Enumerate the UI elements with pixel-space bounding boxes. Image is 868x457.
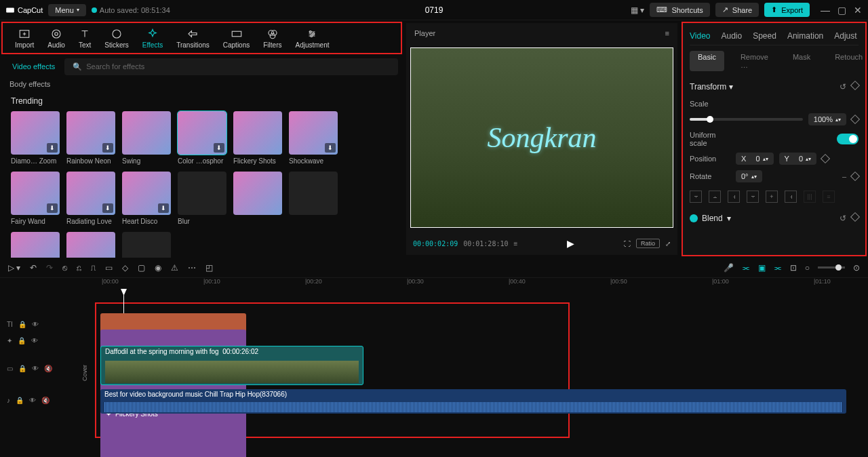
distribute-v[interactable]: ≡ [823, 191, 835, 203]
undo-icon[interactable]: ↶ [30, 263, 37, 273]
tab-speed[interactable]: Speed [753, 31, 776, 41]
keyframe-icon[interactable] [821, 154, 830, 163]
align-center-v[interactable]: + [766, 191, 778, 203]
tab-video-effects[interactable]: Video effects [5, 60, 62, 73]
magnet-icon[interactable]: ⫘ [742, 263, 750, 273]
player-menu-icon[interactable]: ≡ [665, 29, 669, 37]
menu-button[interactable]: Menu▾ [48, 4, 86, 16]
effect-thumb[interactable]: ⬇ [66, 172, 115, 215]
tool-text[interactable]: Text [73, 26, 96, 50]
preview-icon[interactable]: ⊡ [790, 263, 797, 273]
align-center-h[interactable]: ⫠ [709, 191, 721, 203]
zoom-out-icon[interactable]: ○ [805, 263, 810, 273]
effect-thumb[interactable] [66, 232, 115, 258]
minimize-icon[interactable]: — [821, 5, 830, 15]
mic-icon[interactable]: 🎤 [724, 263, 734, 273]
download-icon[interactable]: ⬇ [102, 143, 113, 153]
keyframe-icon[interactable] [850, 172, 860, 181]
marker-icon[interactable]: ◇ [122, 263, 128, 273]
tool-audio[interactable]: Audio [42, 26, 71, 50]
align-top[interactable]: ⫟ [747, 191, 759, 203]
effect-thumb[interactable] [122, 232, 171, 258]
blend-check-icon[interactable] [690, 214, 698, 222]
zoom-slider[interactable] [818, 266, 845, 269]
player-viewport[interactable]: Songkran [410, 47, 673, 228]
keyframe-icon[interactable] [850, 212, 860, 222]
tab-adjust[interactable]: Adjust [834, 31, 856, 41]
uniform-toggle[interactable] [837, 134, 859, 144]
scale-value[interactable]: 100% ▴▾ [808, 113, 846, 125]
more-icon[interactable]: ⋯ [188, 263, 196, 273]
download-icon[interactable]: ⬇ [47, 203, 58, 213]
quality-icon[interactable]: ≡ [513, 240, 517, 247]
tab-video[interactable]: Video [690, 31, 710, 41]
selection-tool[interactable]: ▷ ▾ [8, 263, 20, 273]
effect-thumb[interactable]: ⬇ [178, 111, 226, 155]
tool-import[interactable]: Import [9, 26, 39, 50]
fit-icon[interactable]: ⊙ [853, 263, 860, 273]
timeline-ruler[interactable]: |00:00 |00:10 |00:20 |00:30 |00:40 |00:5… [95, 278, 868, 289]
audio-clip[interactable]: Best for video background music Chill Tr… [100, 389, 846, 414]
subtab-remove[interactable]: Remove … [732, 51, 776, 71]
timeline-tracks[interactable]: ≡ Songkran ✦ Flickery Shots Daffodil at … [95, 289, 868, 457]
tab-body-effects[interactable]: Body effects [0, 77, 403, 91]
fullscreen-icon[interactable]: ⤢ [665, 240, 671, 247]
tool-effects[interactable]: Effects [137, 26, 168, 50]
subtab-retouch[interactable]: Retouch [827, 51, 867, 71]
effect-thumb[interactable]: ⬇ [11, 111, 60, 155]
warning-icon[interactable]: ⚠ [171, 263, 178, 273]
download-icon[interactable]: ⬇ [214, 143, 224, 153]
effect-thumb[interactable] [11, 232, 60, 258]
effect-thumb[interactable] [122, 111, 171, 155]
track-controls[interactable]: ▭🔒👁🔇 [0, 349, 75, 388]
effect-thumb[interactable] [233, 172, 282, 215]
ratio-button[interactable]: Ratio [636, 239, 660, 248]
video-clip[interactable]: Daffodil at the spring morning with fog … [100, 346, 363, 385]
download-icon[interactable]: ⬇ [47, 143, 58, 153]
align-left[interactable]: ⫟ [690, 191, 702, 203]
distribute-h[interactable]: ||| [804, 191, 816, 203]
effect-thumb[interactable]: ⬇ [122, 172, 171, 215]
download-icon[interactable]: ⬇ [158, 203, 169, 213]
export-button[interactable]: ⬆ Export [764, 3, 810, 17]
tool-captions[interactable]: Captions [218, 26, 255, 50]
align-bottom[interactable]: ⫞ [785, 191, 797, 203]
speed-icon[interactable]: ◉ [155, 263, 161, 273]
track-controls[interactable]: ✦🔒👁 [0, 332, 75, 349]
link-icon[interactable]: ⫘ [774, 263, 782, 273]
effect-thumb[interactable]: ⬇ [289, 111, 338, 155]
redo-icon[interactable]: ↷ [46, 263, 53, 273]
cut-left-icon[interactable]: ⎌ [77, 263, 81, 273]
subtab-mask[interactable]: Mask [785, 51, 818, 71]
effect-thumb[interactable] [289, 172, 338, 215]
subtab-basic[interactable]: Basic [690, 51, 724, 71]
crop-icon[interactable]: ⛶ [624, 240, 631, 247]
effect-thumb[interactable]: ⬇ [66, 111, 115, 155]
close-icon[interactable]: ✕ [853, 5, 863, 15]
reset-icon[interactable]: ↺ [840, 214, 846, 223]
tab-audio[interactable]: Audio [721, 31, 742, 41]
tab-animation[interactable]: Animation [787, 31, 823, 41]
record-icon[interactable]: ▢ [138, 263, 145, 273]
track-controls[interactable]: ♪🔒👁🔇 [0, 388, 75, 412]
tool-transitions[interactable]: Transitions [171, 26, 215, 50]
download-icon[interactable]: ⬇ [102, 203, 113, 213]
effect-thumb[interactable]: ⬇ [11, 172, 60, 215]
cover-button[interactable]: Cover [75, 289, 95, 457]
cut-right-icon[interactable]: ⎍ [91, 263, 96, 273]
split-icon[interactable]: ⎋ [62, 263, 67, 273]
delete-icon[interactable]: ▭ [105, 263, 113, 273]
position-y[interactable]: Y 0 ▴▾ [779, 153, 817, 165]
tool-stickers[interactable]: Stickers [99, 26, 134, 50]
maximize-icon[interactable]: ▢ [837, 5, 846, 15]
effect-thumb[interactable] [178, 172, 226, 215]
keyframe-icon[interactable] [850, 81, 860, 90]
align-right[interactable]: ⫞ [728, 191, 740, 203]
track-controls[interactable]: TI🔒👁 [0, 316, 75, 332]
share-button[interactable]: ↗ Share [715, 3, 759, 17]
tool-adjustment[interactable]: Adjustment [290, 26, 334, 50]
effect-thumb[interactable] [233, 111, 282, 155]
layout-icon[interactable]: ▦ ▾ [631, 5, 644, 15]
keyframe-icon[interactable] [850, 115, 860, 124]
rotate-value[interactable]: 0° ▴▾ [736, 170, 762, 182]
